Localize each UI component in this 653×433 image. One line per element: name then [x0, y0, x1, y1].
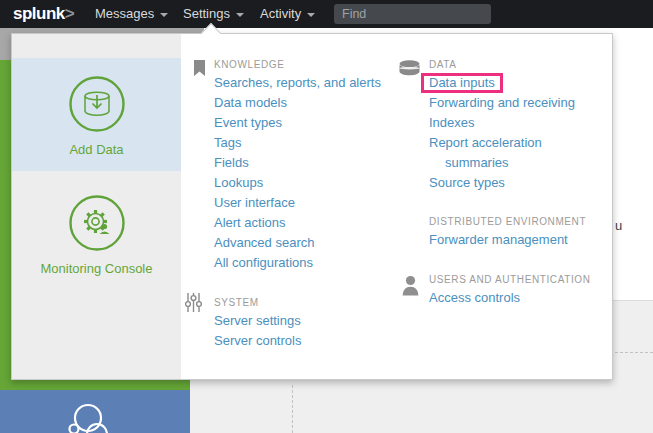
menu-link-tags[interactable]: Tags — [214, 133, 381, 153]
menu-link-all-configurations[interactable]: All configurations — [214, 253, 381, 273]
dashed-divider-vertical — [292, 385, 293, 433]
gear-user-icon — [68, 194, 126, 252]
background-panel-right — [613, 300, 653, 433]
background-green-band — [0, 380, 190, 390]
data-inputs-highlight-box[interactable]: Data inputs — [421, 73, 503, 93]
nav-activity[interactable]: Activity — [260, 0, 315, 28]
menu-link-source-types[interactable]: Source types — [429, 173, 593, 193]
menu-link-data-models[interactable]: Data models — [214, 93, 381, 113]
tile-add-data-label: Add Data — [69, 142, 123, 157]
section-header-data: DATA — [429, 59, 457, 70]
menu-link-server-controls[interactable]: Server controls — [214, 331, 301, 351]
menu-link-forwarding-receiving[interactable]: Forwarding and receiving — [429, 93, 593, 113]
section-header-system: SYSTEM — [214, 297, 259, 308]
menu-link-report-acceleration-summaries[interactable]: Report acceleration summaries — [429, 133, 593, 173]
tile-add-data[interactable]: Add Data — [12, 58, 181, 171]
dashed-divider-horizontal — [615, 352, 653, 353]
menu-link-alert-actions[interactable]: Alert actions — [214, 213, 381, 233]
menu-link-server-settings[interactable]: Server settings — [214, 311, 301, 331]
menu-link-advanced-search[interactable]: Advanced search — [214, 233, 381, 253]
menu-link-user-interface[interactable]: User interface — [214, 193, 381, 213]
sliders-icon — [185, 292, 202, 313]
background-text-fragment: u — [615, 218, 622, 233]
background-green-strip — [0, 60, 11, 390]
support-tile[interactable] — [0, 390, 190, 433]
section-header-knowledge: KNOWLEDGE — [214, 59, 284, 70]
nav-settings[interactable]: Settings — [183, 0, 244, 28]
database-icon — [399, 60, 420, 76]
users-links: Access controls — [429, 288, 520, 308]
menu-link-access-controls[interactable]: Access controls — [429, 288, 520, 308]
background-gray-bar-left — [0, 28, 11, 60]
distributed-links: Forwarder management — [429, 230, 568, 250]
settings-dropdown-menu: Add Data — [11, 33, 613, 380]
user-icon — [402, 275, 419, 296]
chevron-down-icon — [307, 13, 315, 17]
menu-tile-column: Add Data — [12, 34, 181, 379]
database-download-icon — [68, 75, 126, 133]
background-panel — [190, 380, 653, 433]
tile-monitoring-console-label: Monitoring Console — [40, 261, 152, 276]
knowledge-links: Searches, reports, and alerts Data model… — [214, 73, 381, 273]
logo-caret: > — [65, 4, 74, 23]
screen: u splunk> Messages Settings Activity Add… — [0, 0, 653, 433]
system-links: Server settings Server controls — [214, 311, 301, 351]
bookmark-icon — [194, 60, 205, 76]
menu-link-lookups[interactable]: Lookups — [214, 173, 381, 193]
tile-monitoring-console[interactable]: Monitoring Console — [12, 171, 181, 379]
section-header-distributed-environment: DISTRIBUTED ENVIRONMENT — [429, 216, 586, 227]
menu-link-indexes[interactable]: Indexes — [429, 113, 593, 133]
section-header-users-authentication: USERS AND AUTHENTICATION — [429, 274, 590, 285]
splunk-logo[interactable]: splunk> — [13, 0, 74, 28]
chevron-down-icon — [160, 13, 168, 17]
data-links: Data inputs Forwarding and receiving Ind… — [429, 73, 593, 193]
menu-link-event-types[interactable]: Event types — [214, 113, 381, 133]
find-input[interactable] — [334, 4, 491, 24]
top-navbar: splunk> Messages Settings Activity — [0, 0, 653, 28]
nav-messages[interactable]: Messages — [95, 0, 168, 28]
menu-link-fields[interactable]: Fields — [214, 153, 381, 173]
circles-icon — [0, 390, 190, 433]
menu-link-searches-reports-alerts[interactable]: Searches, reports, and alerts — [214, 73, 381, 93]
menu-link-forwarder-management[interactable]: Forwarder management — [429, 230, 568, 250]
menu-link-data-inputs[interactable]: Data inputs — [429, 73, 593, 93]
chevron-down-icon — [236, 13, 244, 17]
